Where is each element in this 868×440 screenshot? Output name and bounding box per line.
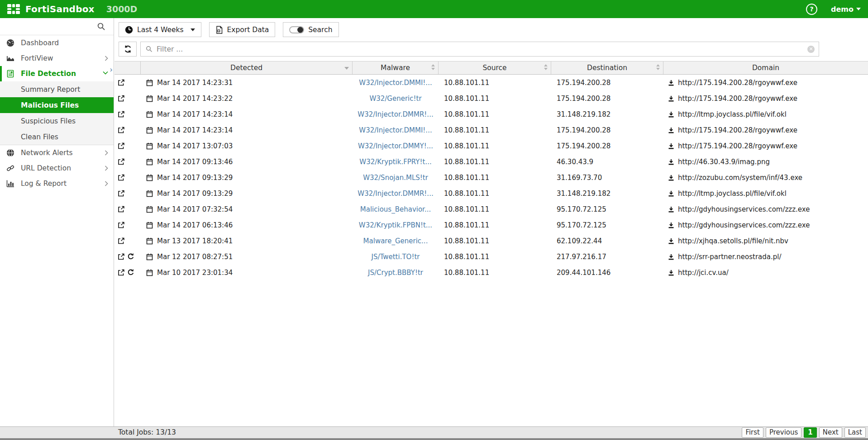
sidebar-item-malicious-files[interactable]: Malicious Files: [0, 97, 114, 113]
source-ip: 10.88.101.11: [439, 265, 551, 280]
first-page-button[interactable]: First: [742, 427, 763, 438]
header-destination[interactable]: Destination: [551, 62, 663, 74]
external-link-icon[interactable]: [118, 158, 124, 165]
globe-icon: [6, 149, 15, 157]
detected-time: Mar 14 2017 14:23:14: [157, 110, 233, 118]
external-link-icon[interactable]: [118, 222, 124, 228]
sidebar-item-url-detection[interactable]: URL Detection: [0, 161, 114, 176]
download-icon[interactable]: [668, 270, 674, 276]
destination-ip: 217.97.216.17: [551, 249, 663, 265]
window-bottom-edge: [0, 438, 868, 440]
download-icon[interactable]: [668, 127, 674, 133]
header-source[interactable]: Source: [439, 62, 551, 74]
sidebar-item-summary-report[interactable]: Summary Report: [0, 81, 114, 97]
malware-link[interactable]: Malicious_Behavior...: [353, 201, 439, 217]
refresh-button[interactable]: [119, 42, 137, 57]
sidebar-item-log-report[interactable]: Log & Report: [0, 176, 114, 191]
external-link-icon[interactable]: [118, 95, 124, 102]
detected-cell: Mar 14 2017 09:13:29: [141, 185, 353, 201]
calendar-icon: [146, 237, 153, 245]
external-link-icon[interactable]: [118, 190, 124, 197]
domain-cell: http://zozubu.com/system/inf/43.exe: [663, 170, 868, 185]
row-actions: [114, 201, 141, 217]
external-link-icon[interactable]: [118, 111, 124, 118]
sidebar-search[interactable]: [0, 18, 114, 35]
last-page-button[interactable]: Last: [844, 427, 866, 438]
row-actions: [114, 233, 141, 249]
header-domain[interactable]: Domain: [663, 62, 868, 74]
malware-link[interactable]: W32/Injector.DMMI!...: [353, 122, 439, 138]
sidebar-item-fortiview[interactable]: FortiView: [0, 51, 114, 66]
external-link-icon[interactable]: [118, 237, 124, 244]
source-ip: 10.88.101.11: [439, 138, 551, 154]
user-name: demo: [831, 5, 854, 14]
header-label: Destination: [587, 64, 627, 72]
header-malware[interactable]: Malware: [353, 62, 439, 74]
rescan-icon[interactable]: [127, 269, 134, 276]
current-page-button[interactable]: 1: [804, 427, 816, 438]
malware-link[interactable]: W32/Snojan.MLS!tr: [353, 170, 439, 185]
download-icon[interactable]: [668, 190, 674, 197]
external-link-icon[interactable]: [118, 269, 124, 276]
export-data-button[interactable]: Export Data: [209, 22, 276, 37]
sidebar-item-suspicious-files[interactable]: Suspicious Files: [0, 113, 114, 129]
calendar-icon: [146, 269, 153, 276]
search-toggle-button[interactable]: Search: [283, 22, 339, 37]
filter-input[interactable]: [157, 42, 819, 56]
download-icon[interactable]: [668, 80, 674, 86]
previous-page-button[interactable]: Previous: [766, 427, 801, 438]
external-link-icon[interactable]: [118, 253, 124, 260]
header-label: Detected: [230, 64, 262, 72]
row-actions: [114, 185, 141, 201]
detected-time: Mar 14 2017 13:07:03: [157, 142, 233, 150]
external-link-icon[interactable]: [118, 206, 124, 213]
domain-cell: http://srr-partner.neostrada.pl/: [663, 249, 868, 265]
malware-link[interactable]: W32/Injector.DMMI!...: [353, 75, 439, 90]
malware-link[interactable]: W32/Injector.DMMY!...: [353, 138, 439, 154]
malware-link[interactable]: Malware_Generic...: [353, 233, 439, 249]
malware-link[interactable]: JS/Twetti.TO!tr: [353, 249, 439, 265]
help-icon[interactable]: ?: [806, 4, 817, 15]
external-link-icon[interactable]: [118, 174, 124, 181]
user-menu[interactable]: demo: [831, 5, 861, 14]
header-detected[interactable]: Detected: [141, 62, 353, 74]
time-range-label: Last 4 Weeks: [137, 26, 184, 34]
table-row: Mar 14 2017 13:07:03 W32/Injector.DMMY!.…: [114, 138, 868, 154]
download-icon[interactable]: [668, 175, 674, 181]
sidebar-item-network-alerts[interactable]: Network Alerts: [0, 145, 114, 161]
calendar-icon: [146, 95, 153, 102]
download-icon[interactable]: [668, 95, 674, 102]
sidebar-item-clean-files[interactable]: Clean Files: [0, 129, 114, 145]
row-actions: [114, 122, 141, 138]
download-icon[interactable]: [668, 159, 674, 165]
destination-ip: 31.148.219.182: [551, 106, 663, 122]
sidebar-item-dashboard[interactable]: Dashboard: [0, 35, 114, 51]
download-icon[interactable]: [668, 238, 674, 244]
malware-link[interactable]: W32/Generic!tr: [353, 90, 439, 106]
time-range-button[interactable]: Last 4 Weeks: [119, 22, 201, 37]
download-icon[interactable]: [668, 111, 674, 118]
download-icon[interactable]: [668, 222, 674, 228]
sidebar-item-file-detection[interactable]: File Detection: [0, 66, 114, 81]
download-icon[interactable]: [668, 206, 674, 213]
download-icon[interactable]: [668, 254, 674, 260]
clear-filter-icon[interactable]: ✕: [807, 46, 815, 53]
table-row: Mar 14 2017 07:32:54 Malicious_Behavior.…: [114, 201, 868, 217]
calendar-icon: [146, 206, 153, 213]
malware-link[interactable]: W32/Injector.DMMR!...: [353, 106, 439, 122]
calendar-icon: [146, 142, 153, 150]
table-row: Mar 14 2017 09:13:29 W32/Snojan.MLS!tr 1…: [114, 170, 868, 185]
malware-link[interactable]: W32/Kryptik.FPBN!t...: [353, 217, 439, 233]
rescan-icon[interactable]: [127, 253, 134, 260]
external-link-icon[interactable]: [118, 127, 124, 133]
download-icon[interactable]: [668, 143, 674, 149]
detected-time: Mar 14 2017 06:13:46: [157, 221, 233, 229]
external-link-icon[interactable]: [118, 79, 124, 86]
sidebar-collapse-icon[interactable]: ›: [110, 66, 113, 74]
external-link-icon[interactable]: [118, 142, 124, 149]
malware-link[interactable]: W32/Injector.DMMR!...: [353, 185, 439, 201]
next-page-button[interactable]: Next: [819, 427, 842, 438]
malware-link[interactable]: W32/Kryptik.FPRY!t...: [353, 154, 439, 170]
detected-time: Mar 10 2017 23:01:34: [157, 269, 233, 277]
malware-link[interactable]: JS/Crypt.BBBY!tr: [353, 265, 439, 280]
